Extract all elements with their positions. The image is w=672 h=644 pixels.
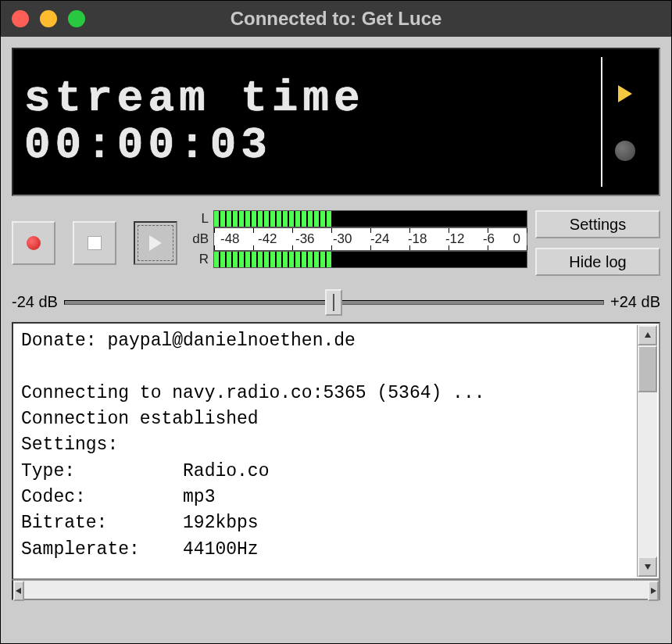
v-scroll-thumb[interactable] xyxy=(638,345,657,392)
v-scroll-track[interactable] xyxy=(638,345,657,556)
lcd-line-2: 00:00:03 xyxy=(24,123,601,167)
stop-button[interactable] xyxy=(73,221,116,265)
gain-max-label: +24 dB xyxy=(610,293,660,311)
play-button[interactable] xyxy=(134,221,177,265)
db-label: dB xyxy=(185,231,209,247)
level-meter: L dB -48-42-36-30-24-18-12-60 R xyxy=(185,210,527,276)
side-buttons: Settings Hide log xyxy=(535,210,660,276)
vertical-scrollbar[interactable] xyxy=(637,325,657,577)
titlebar: Connected to: Get Luce xyxy=(1,1,671,37)
log-area: Donate: paypal@danielnoethen.de Connecti… xyxy=(12,322,660,600)
horizontal-scrollbar[interactable] xyxy=(12,580,660,600)
gain-thumb[interactable] xyxy=(325,289,342,316)
lcd-indicators xyxy=(601,57,648,187)
content-area: stream time 00:00:03 xyxy=(1,37,671,611)
lcd-text: stream time 00:00:03 xyxy=(24,57,601,187)
svg-marker-2 xyxy=(645,564,651,570)
log-content: Donate: paypal@danielnoethen.de Connecti… xyxy=(21,331,485,560)
db-scale-value: -6 xyxy=(483,231,495,247)
app-window: Connected to: Get Luce stream time 00:00… xyxy=(0,0,672,644)
meter-right-label: R xyxy=(185,252,209,267)
scroll-up-button[interactable] xyxy=(638,325,657,345)
scroll-down-button[interactable] xyxy=(638,556,657,577)
meter-left-bar xyxy=(213,210,527,227)
meter-right-fill xyxy=(214,252,333,267)
db-scale-value: -42 xyxy=(258,231,277,247)
meter-right-mark xyxy=(433,252,436,267)
db-scale-value: 0 xyxy=(513,231,520,247)
db-scale-value: -18 xyxy=(408,231,427,247)
play-icon xyxy=(149,235,162,251)
h-scroll-track[interactable] xyxy=(24,581,648,599)
svg-marker-3 xyxy=(16,588,21,594)
meter-left-mark xyxy=(433,211,436,227)
hide-log-button[interactable]: Hide log xyxy=(535,248,660,276)
db-scale-value: -24 xyxy=(370,231,390,247)
transport-controls xyxy=(12,210,177,276)
record-indicator-icon xyxy=(615,141,635,161)
db-scale-value: -12 xyxy=(445,231,465,247)
db-scale-value: -48 xyxy=(220,231,240,247)
record-button[interactable] xyxy=(12,221,55,265)
db-scale: -48-42-36-30-24-18-12-60 xyxy=(213,227,527,251)
settings-button[interactable]: Settings xyxy=(535,210,660,238)
play-indicator-icon xyxy=(615,84,635,104)
lcd-line-1: stream time xyxy=(24,77,601,120)
stop-icon xyxy=(88,236,102,250)
meter-left-label: L xyxy=(185,211,209,227)
scroll-left-button[interactable] xyxy=(13,581,24,601)
gain-min-label: -24 dB xyxy=(12,293,58,311)
gain-slider[interactable] xyxy=(64,300,604,305)
db-scale-value: -30 xyxy=(333,231,352,247)
log-text[interactable]: Donate: paypal@danielnoethen.de Connecti… xyxy=(12,322,660,580)
svg-marker-1 xyxy=(645,332,651,338)
meter-left-fill xyxy=(214,211,333,227)
svg-marker-4 xyxy=(651,588,656,594)
record-icon xyxy=(27,236,41,250)
scroll-right-button[interactable] xyxy=(648,581,659,601)
meter-right-bar xyxy=(213,251,527,268)
svg-marker-0 xyxy=(618,85,632,102)
gain-slider-row: -24 dB +24 dB xyxy=(12,293,660,311)
window-title: Connected to: Get Luce xyxy=(1,8,671,30)
db-scale-value: -36 xyxy=(295,231,315,247)
lcd-display: stream time 00:00:03 xyxy=(12,48,660,196)
